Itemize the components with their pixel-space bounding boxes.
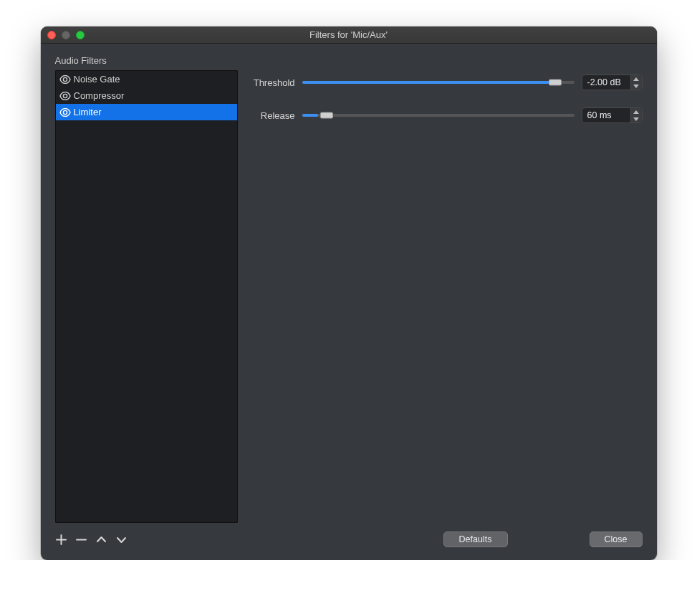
eye-icon[interactable] [59, 107, 71, 118]
content-area: Audio Filters Noise Gate [41, 44, 657, 560]
traffic-lights [47, 31, 85, 39]
filter-list[interactable]: Noise Gate Compressor [55, 70, 238, 523]
release-slider[interactable] [302, 108, 575, 122]
defaults-button[interactable]: Defaults [443, 531, 508, 547]
spin-up-icon[interactable] [631, 75, 642, 82]
zoom-window-button[interactable] [76, 31, 85, 39]
threshold-slider[interactable] [302, 75, 575, 90]
filter-item-label: Noise Gate [74, 74, 120, 85]
main-area: Noise Gate Compressor [55, 70, 643, 523]
filter-properties-panel: Threshold -2.00 dB [249, 70, 643, 523]
remove-filter-button[interactable] [75, 533, 88, 546]
filter-list-empty-area[interactable] [56, 120, 237, 522]
filter-item-label: Compressor [74, 90, 125, 101]
spin-up-icon[interactable] [631, 108, 642, 115]
spin-down-icon[interactable] [631, 82, 642, 90]
move-filter-down-button[interactable] [115, 533, 128, 546]
threshold-value[interactable]: -2.00 dB [582, 75, 630, 90]
chevron-up-icon [96, 534, 107, 545]
audio-filters-label: Audio Filters [55, 55, 643, 66]
slider-thumb[interactable] [549, 80, 562, 86]
titlebar[interactable]: Filters for 'Mic/Aux' [41, 27, 657, 44]
add-filter-button[interactable] [55, 533, 68, 546]
svg-point-2 [63, 110, 67, 114]
threshold-spinbox[interactable]: -2.00 dB [582, 74, 643, 90]
threshold-row: Threshold -2.00 dB [249, 74, 643, 90]
close-button[interactable]: Close [590, 531, 643, 547]
release-label: Release [249, 110, 295, 121]
spin-down-icon[interactable] [631, 115, 642, 122]
chevron-down-icon [116, 534, 127, 545]
filter-item-limiter[interactable]: Limiter [56, 104, 237, 120]
minus-icon [76, 534, 87, 545]
eye-icon[interactable] [59, 74, 71, 85]
svg-point-1 [63, 94, 67, 97]
window-title: Filters for 'Mic/Aux' [41, 29, 657, 40]
slider-thumb[interactable] [320, 112, 333, 119]
plus-icon [56, 534, 67, 545]
threshold-label: Threshold [249, 77, 295, 88]
release-spinbox[interactable]: 60 ms [582, 107, 643, 123]
move-filter-up-button[interactable] [95, 533, 108, 546]
filters-window: Filters for 'Mic/Aux' Audio Filters Nois… [41, 27, 657, 560]
filter-item-noise-gate[interactable]: Noise Gate [56, 71, 237, 87]
filter-item-compressor[interactable]: Compressor [56, 87, 237, 104]
minimize-window-button [62, 31, 70, 39]
eye-icon[interactable] [59, 90, 71, 102]
filter-item-label: Limiter [74, 107, 102, 117]
filter-list-tools [55, 533, 128, 546]
bottom-bar: Defaults Close [55, 531, 643, 547]
close-window-button[interactable] [47, 31, 56, 39]
release-row: Release 60 ms [249, 107, 643, 123]
svg-point-0 [63, 77, 67, 81]
release-value[interactable]: 60 ms [582, 108, 630, 122]
